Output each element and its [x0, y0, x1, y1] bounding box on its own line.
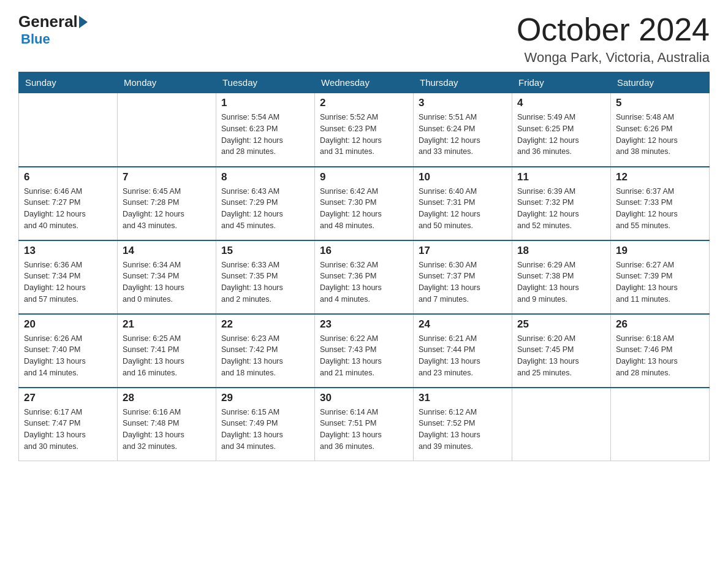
calendar-header-monday: Monday — [118, 72, 216, 93]
cell-day-number: 5 — [616, 97, 704, 109]
cell-day-number: 14 — [123, 245, 211, 257]
calendar-cell: 29Sunrise: 6:15 AMSunset: 7:49 PMDayligh… — [216, 388, 315, 461]
calendar-header-tuesday: Tuesday — [216, 72, 315, 93]
calendar-cell: 31Sunrise: 6:12 AMSunset: 7:52 PMDayligh… — [414, 388, 512, 461]
calendar-cell: 14Sunrise: 6:34 AMSunset: 7:34 PMDayligh… — [118, 240, 216, 314]
cell-sun-info: Sunrise: 6:21 AMSunset: 7:44 PMDaylight:… — [419, 333, 507, 379]
calendar-cell: 2Sunrise: 5:52 AMSunset: 6:23 PMDaylight… — [315, 93, 414, 167]
calendar-cell — [118, 93, 216, 167]
cell-sun-info: Sunrise: 5:52 AMSunset: 6:23 PMDaylight:… — [320, 112, 408, 158]
calendar-header-row: SundayMondayTuesdayWednesdayThursdayFrid… — [19, 72, 710, 93]
calendar-cell: 4Sunrise: 5:49 AMSunset: 6:25 PMDaylight… — [512, 93, 611, 167]
calendar-header-wednesday: Wednesday — [315, 72, 414, 93]
calendar-cell: 17Sunrise: 6:30 AMSunset: 7:37 PMDayligh… — [414, 240, 512, 314]
cell-day-number: 2 — [320, 97, 408, 109]
cell-day-number: 1 — [221, 97, 309, 109]
cell-sun-info: Sunrise: 5:51 AMSunset: 6:24 PMDaylight:… — [419, 112, 507, 158]
cell-day-number: 20 — [24, 318, 112, 331]
logo-arrow-icon — [79, 16, 88, 28]
calendar-cell: 13Sunrise: 6:36 AMSunset: 7:34 PMDayligh… — [19, 240, 118, 314]
calendar-cell: 30Sunrise: 6:14 AMSunset: 7:51 PMDayligh… — [315, 388, 414, 461]
calendar-cell: 18Sunrise: 6:29 AMSunset: 7:38 PMDayligh… — [512, 240, 611, 314]
cell-sun-info: Sunrise: 6:40 AMSunset: 7:31 PMDaylight:… — [419, 186, 507, 232]
calendar-cell: 10Sunrise: 6:40 AMSunset: 7:31 PMDayligh… — [414, 167, 512, 240]
calendar-cell: 9Sunrise: 6:42 AMSunset: 7:30 PMDaylight… — [315, 167, 414, 240]
cell-day-number: 18 — [517, 245, 605, 257]
calendar-cell: 11Sunrise: 6:39 AMSunset: 7:32 PMDayligh… — [512, 167, 611, 240]
cell-sun-info: Sunrise: 6:27 AMSunset: 7:39 PMDaylight:… — [616, 259, 704, 305]
cell-day-number: 28 — [123, 392, 211, 404]
cell-sun-info: Sunrise: 6:26 AMSunset: 7:40 PMDaylight:… — [24, 333, 112, 379]
cell-day-number: 16 — [320, 245, 408, 257]
cell-day-number: 7 — [123, 171, 211, 183]
cell-sun-info: Sunrise: 6:39 AMSunset: 7:32 PMDaylight:… — [517, 186, 605, 232]
calendar-cell: 5Sunrise: 5:48 AMSunset: 6:26 PMDaylight… — [611, 93, 710, 167]
calendar-cell — [19, 93, 118, 167]
cell-sun-info: Sunrise: 6:46 AMSunset: 7:27 PMDaylight:… — [24, 186, 112, 232]
calendar-cell: 20Sunrise: 6:26 AMSunset: 7:40 PMDayligh… — [19, 314, 118, 388]
calendar-cell: 16Sunrise: 6:32 AMSunset: 7:36 PMDayligh… — [315, 240, 414, 314]
calendar-cell: 7Sunrise: 6:45 AMSunset: 7:28 PMDaylight… — [118, 167, 216, 240]
cell-day-number: 15 — [221, 245, 309, 257]
logo-general-text: General — [18, 12, 78, 31]
logo-blue-text: Blue — [21, 31, 50, 47]
calendar-cell: 22Sunrise: 6:23 AMSunset: 7:42 PMDayligh… — [216, 314, 315, 388]
cell-day-number: 29 — [221, 392, 309, 404]
cell-day-number: 11 — [517, 171, 605, 183]
calendar-cell — [512, 388, 611, 461]
calendar-header-sunday: Sunday — [19, 72, 118, 93]
calendar-cell: 21Sunrise: 6:25 AMSunset: 7:41 PMDayligh… — [118, 314, 216, 388]
cell-sun-info: Sunrise: 6:12 AMSunset: 7:52 PMDaylight:… — [419, 407, 507, 453]
calendar-week-row-3: 13Sunrise: 6:36 AMSunset: 7:34 PMDayligh… — [19, 240, 710, 314]
cell-day-number: 26 — [616, 318, 704, 331]
cell-day-number: 24 — [419, 318, 507, 331]
cell-sun-info: Sunrise: 6:15 AMSunset: 7:49 PMDaylight:… — [221, 407, 309, 453]
calendar-cell — [611, 388, 710, 461]
cell-day-number: 31 — [419, 392, 507, 404]
cell-day-number: 25 — [517, 318, 605, 331]
cell-day-number: 10 — [419, 171, 507, 183]
cell-day-number: 3 — [419, 97, 507, 109]
cell-sun-info: Sunrise: 6:20 AMSunset: 7:45 PMDaylight:… — [517, 333, 605, 379]
month-title: October 2024 — [517, 12, 710, 47]
calendar-table: SundayMondayTuesdayWednesdayThursdayFrid… — [18, 72, 710, 461]
cell-sun-info: Sunrise: 5:49 AMSunset: 6:25 PMDaylight:… — [517, 112, 605, 158]
cell-sun-info: Sunrise: 6:36 AMSunset: 7:34 PMDaylight:… — [24, 259, 112, 305]
cell-sun-info: Sunrise: 6:16 AMSunset: 7:48 PMDaylight:… — [123, 407, 211, 453]
cell-sun-info: Sunrise: 5:48 AMSunset: 6:26 PMDaylight:… — [616, 112, 704, 158]
page-header: General Blue October 2024 Wonga Park, Vi… — [18, 12, 710, 66]
calendar-week-row-5: 27Sunrise: 6:17 AMSunset: 7:47 PMDayligh… — [19, 388, 710, 461]
calendar-cell: 23Sunrise: 6:22 AMSunset: 7:43 PMDayligh… — [315, 314, 414, 388]
cell-day-number: 6 — [24, 171, 112, 183]
logo: General Blue — [18, 12, 89, 47]
title-block: October 2024 Wonga Park, Victoria, Austr… — [517, 12, 710, 66]
cell-day-number: 12 — [616, 171, 704, 183]
cell-sun-info: Sunrise: 6:18 AMSunset: 7:46 PMDaylight:… — [616, 333, 704, 379]
cell-sun-info: Sunrise: 5:54 AMSunset: 6:23 PMDaylight:… — [221, 112, 309, 158]
location-subtitle: Wonga Park, Victoria, Australia — [517, 50, 710, 66]
calendar-cell: 3Sunrise: 5:51 AMSunset: 6:24 PMDaylight… — [414, 93, 512, 167]
calendar-week-row-2: 6Sunrise: 6:46 AMSunset: 7:27 PMDaylight… — [19, 167, 710, 240]
cell-day-number: 22 — [221, 318, 309, 331]
cell-sun-info: Sunrise: 6:17 AMSunset: 7:47 PMDaylight:… — [24, 407, 112, 453]
cell-day-number: 30 — [320, 392, 408, 404]
calendar-cell: 8Sunrise: 6:43 AMSunset: 7:29 PMDaylight… — [216, 167, 315, 240]
calendar-header-thursday: Thursday — [414, 72, 512, 93]
cell-day-number: 21 — [123, 318, 211, 331]
calendar-header-friday: Friday — [512, 72, 611, 93]
cell-sun-info: Sunrise: 6:42 AMSunset: 7:30 PMDaylight:… — [320, 186, 408, 232]
cell-sun-info: Sunrise: 6:45 AMSunset: 7:28 PMDaylight:… — [123, 186, 211, 232]
calendar-week-row-1: 1Sunrise: 5:54 AMSunset: 6:23 PMDaylight… — [19, 93, 710, 167]
calendar-cell: 24Sunrise: 6:21 AMSunset: 7:44 PMDayligh… — [414, 314, 512, 388]
cell-sun-info: Sunrise: 6:25 AMSunset: 7:41 PMDaylight:… — [123, 333, 211, 379]
cell-day-number: 4 — [517, 97, 605, 109]
calendar-week-row-4: 20Sunrise: 6:26 AMSunset: 7:40 PMDayligh… — [19, 314, 710, 388]
cell-sun-info: Sunrise: 6:29 AMSunset: 7:38 PMDaylight:… — [517, 259, 605, 305]
calendar-cell: 12Sunrise: 6:37 AMSunset: 7:33 PMDayligh… — [611, 167, 710, 240]
calendar-cell: 25Sunrise: 6:20 AMSunset: 7:45 PMDayligh… — [512, 314, 611, 388]
calendar-cell: 15Sunrise: 6:33 AMSunset: 7:35 PMDayligh… — [216, 240, 315, 314]
cell-sun-info: Sunrise: 6:43 AMSunset: 7:29 PMDaylight:… — [221, 186, 309, 232]
cell-day-number: 19 — [616, 245, 704, 257]
cell-sun-info: Sunrise: 6:33 AMSunset: 7:35 PMDaylight:… — [221, 259, 309, 305]
cell-day-number: 8 — [221, 171, 309, 183]
